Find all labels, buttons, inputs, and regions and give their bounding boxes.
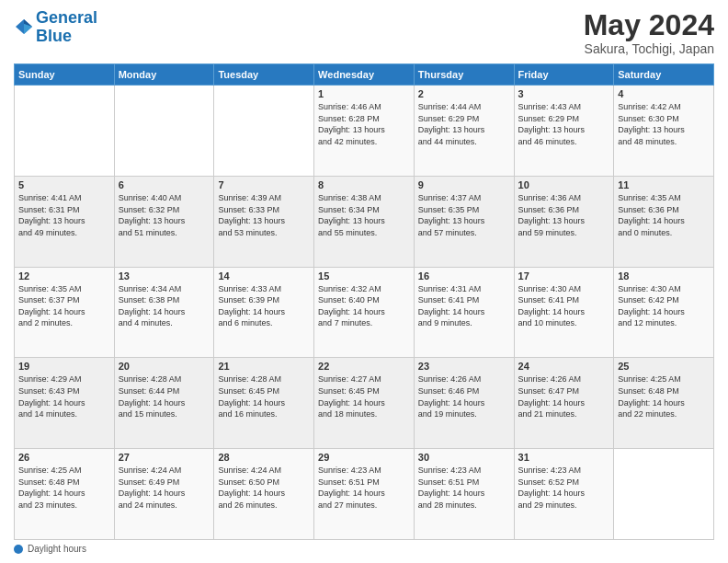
calendar-cell: 28Sunrise: 4:24 AM Sunset: 6:50 PM Dayli…	[214, 449, 314, 540]
day-info: Sunrise: 4:26 AM Sunset: 6:47 PM Dayligh…	[518, 373, 610, 419]
day-number: 16	[418, 270, 510, 282]
calendar-cell: 22Sunrise: 4:27 AM Sunset: 6:45 PM Dayli…	[314, 358, 415, 449]
calendar-cell: 13Sunrise: 4:34 AM Sunset: 6:38 PM Dayli…	[114, 267, 214, 358]
calendar-cell: 30Sunrise: 4:23 AM Sunset: 6:51 PM Dayli…	[414, 449, 514, 540]
day-info: Sunrise: 4:46 AM Sunset: 6:28 PM Dayligh…	[318, 101, 410, 147]
calendar-cell: 26Sunrise: 4:25 AM Sunset: 6:48 PM Dayli…	[15, 449, 115, 540]
day-number: 30	[418, 452, 510, 463]
logo-text: General Blue	[36, 9, 97, 46]
calendar-cell	[214, 86, 314, 177]
week-row-1: 1Sunrise: 4:46 AM Sunset: 6:28 PM Daylig…	[15, 86, 714, 177]
calendar-cell: 4Sunrise: 4:42 AM Sunset: 6:30 PM Daylig…	[614, 86, 714, 177]
calendar-cell	[114, 86, 214, 177]
week-row-2: 5Sunrise: 4:41 AM Sunset: 6:31 PM Daylig…	[15, 176, 714, 267]
calendar-cell: 29Sunrise: 4:23 AM Sunset: 6:51 PM Dayli…	[314, 449, 415, 540]
footer-label: Daylight hours	[28, 544, 86, 554]
calendar-cell: 14Sunrise: 4:33 AM Sunset: 6:39 PM Dayli…	[214, 267, 314, 358]
day-number: 26	[18, 452, 110, 463]
day-info: Sunrise: 4:33 AM Sunset: 6:39 PM Dayligh…	[218, 283, 310, 329]
day-header-sunday: Sunday	[15, 64, 115, 86]
calendar-cell: 25Sunrise: 4:25 AM Sunset: 6:48 PM Dayli…	[614, 358, 714, 449]
day-info: Sunrise: 4:39 AM Sunset: 6:33 PM Dayligh…	[218, 192, 310, 238]
header: General Blue May 2024 Sakura, Tochigi, J…	[14, 9, 714, 56]
calendar-cell: 9Sunrise: 4:37 AM Sunset: 6:35 PM Daylig…	[414, 176, 514, 267]
day-number: 5	[18, 179, 110, 190]
day-number: 1	[318, 88, 410, 99]
month-year: May 2024	[584, 9, 714, 41]
logo-line2: Blue	[36, 27, 72, 45]
day-info: Sunrise: 4:28 AM Sunset: 6:44 PM Dayligh…	[119, 373, 210, 419]
day-number: 2	[418, 88, 510, 99]
day-number: 28	[218, 452, 310, 463]
day-info: Sunrise: 4:23 AM Sunset: 6:52 PM Dayligh…	[518, 465, 610, 511]
calendar-cell: 2Sunrise: 4:44 AM Sunset: 6:29 PM Daylig…	[414, 86, 514, 177]
day-info: Sunrise: 4:23 AM Sunset: 6:51 PM Dayligh…	[418, 465, 510, 511]
calendar-cell: 11Sunrise: 4:35 AM Sunset: 6:36 PM Dayli…	[614, 176, 714, 267]
calendar-cell: 15Sunrise: 4:32 AM Sunset: 6:40 PM Dayli…	[314, 267, 415, 358]
day-number: 27	[119, 452, 210, 463]
day-info: Sunrise: 4:36 AM Sunset: 6:36 PM Dayligh…	[518, 192, 610, 238]
day-number: 9	[418, 179, 510, 190]
day-header-saturday: Saturday	[614, 64, 714, 86]
day-number: 25	[618, 361, 710, 372]
logo: General Blue	[14, 9, 97, 46]
day-header-thursday: Thursday	[414, 64, 514, 86]
day-header-monday: Monday	[114, 64, 214, 86]
calendar-cell: 7Sunrise: 4:39 AM Sunset: 6:33 PM Daylig…	[214, 176, 314, 267]
calendar-cell: 20Sunrise: 4:28 AM Sunset: 6:44 PM Dayli…	[114, 358, 214, 449]
day-number: 20	[119, 361, 210, 372]
day-number: 29	[318, 452, 410, 463]
day-info: Sunrise: 4:25 AM Sunset: 6:48 PM Dayligh…	[18, 465, 110, 511]
day-info: Sunrise: 4:40 AM Sunset: 6:32 PM Dayligh…	[119, 192, 210, 238]
day-info: Sunrise: 4:28 AM Sunset: 6:45 PM Dayligh…	[218, 373, 310, 419]
day-info: Sunrise: 4:42 AM Sunset: 6:30 PM Dayligh…	[618, 101, 710, 147]
logo-line1: General	[36, 8, 97, 27]
calendar-cell: 31Sunrise: 4:23 AM Sunset: 6:52 PM Dayli…	[514, 449, 614, 540]
calendar-cell: 1Sunrise: 4:46 AM Sunset: 6:28 PM Daylig…	[314, 86, 415, 177]
day-info: Sunrise: 4:25 AM Sunset: 6:48 PM Dayligh…	[618, 373, 710, 419]
day-number: 11	[618, 179, 710, 190]
calendar-cell	[614, 449, 714, 540]
day-number: 24	[518, 361, 610, 372]
calendar-cell: 27Sunrise: 4:24 AM Sunset: 6:49 PM Dayli…	[114, 449, 214, 540]
day-number: 17	[518, 270, 610, 282]
calendar-cell: 24Sunrise: 4:26 AM Sunset: 6:47 PM Dayli…	[514, 358, 614, 449]
calendar-cell	[15, 86, 115, 177]
calendar-table: SundayMondayTuesdayWednesdayThursdayFrid…	[14, 63, 714, 540]
week-row-4: 19Sunrise: 4:29 AM Sunset: 6:43 PM Dayli…	[15, 358, 714, 449]
day-number: 10	[518, 179, 610, 190]
day-number: 12	[18, 270, 110, 282]
calendar-cell: 16Sunrise: 4:31 AM Sunset: 6:41 PM Dayli…	[414, 267, 514, 358]
calendar-cell: 6Sunrise: 4:40 AM Sunset: 6:32 PM Daylig…	[114, 176, 214, 267]
page: General Blue May 2024 Sakura, Tochigi, J…	[0, 0, 728, 563]
location: Sakura, Tochigi, Japan	[584, 41, 714, 56]
day-info: Sunrise: 4:44 AM Sunset: 6:29 PM Dayligh…	[418, 101, 510, 147]
day-number: 31	[518, 452, 610, 463]
day-number: 21	[218, 361, 310, 372]
day-info: Sunrise: 4:24 AM Sunset: 6:49 PM Dayligh…	[119, 465, 210, 511]
day-number: 23	[418, 361, 510, 372]
day-info: Sunrise: 4:30 AM Sunset: 6:42 PM Dayligh…	[618, 283, 710, 329]
calendar-cell: 3Sunrise: 4:43 AM Sunset: 6:29 PM Daylig…	[514, 86, 614, 177]
day-number: 8	[318, 179, 410, 190]
day-info: Sunrise: 4:24 AM Sunset: 6:50 PM Dayligh…	[218, 465, 310, 511]
day-info: Sunrise: 4:29 AM Sunset: 6:43 PM Dayligh…	[18, 373, 110, 419]
day-info: Sunrise: 4:35 AM Sunset: 6:37 PM Dayligh…	[18, 283, 110, 329]
calendar-cell: 19Sunrise: 4:29 AM Sunset: 6:43 PM Dayli…	[15, 358, 115, 449]
day-info: Sunrise: 4:32 AM Sunset: 6:40 PM Dayligh…	[318, 283, 410, 329]
day-number: 3	[518, 88, 610, 99]
day-info: Sunrise: 4:30 AM Sunset: 6:41 PM Dayligh…	[518, 283, 610, 329]
week-row-3: 12Sunrise: 4:35 AM Sunset: 6:37 PM Dayli…	[15, 267, 714, 358]
calendar-cell: 8Sunrise: 4:38 AM Sunset: 6:34 PM Daylig…	[314, 176, 415, 267]
calendar-header-row: SundayMondayTuesdayWednesdayThursdayFrid…	[15, 64, 714, 86]
day-info: Sunrise: 4:27 AM Sunset: 6:45 PM Dayligh…	[318, 373, 410, 419]
day-info: Sunrise: 4:43 AM Sunset: 6:29 PM Dayligh…	[518, 101, 610, 147]
day-number: 13	[119, 270, 210, 282]
day-number: 4	[618, 88, 710, 99]
day-number: 14	[218, 270, 310, 282]
calendar-cell: 12Sunrise: 4:35 AM Sunset: 6:37 PM Dayli…	[15, 267, 115, 358]
logo-icon	[14, 17, 34, 38]
calendar-cell: 23Sunrise: 4:26 AM Sunset: 6:46 PM Dayli…	[414, 358, 514, 449]
day-header-friday: Friday	[514, 64, 614, 86]
week-row-5: 26Sunrise: 4:25 AM Sunset: 6:48 PM Dayli…	[15, 449, 714, 540]
